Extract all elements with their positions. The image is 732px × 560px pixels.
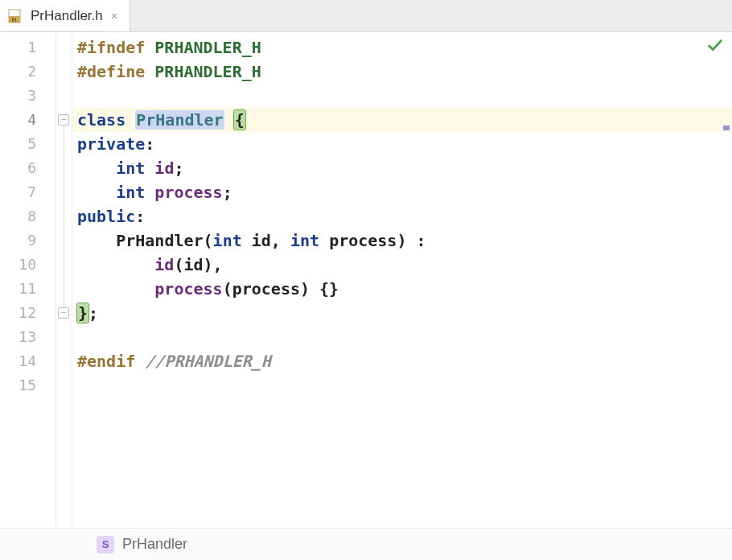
struct-icon: S: [97, 536, 114, 554]
line-number: 1: [0, 35, 56, 60]
line-number: 6: [0, 156, 56, 180]
code-line: [77, 325, 732, 349]
line-number: 10: [0, 253, 56, 277]
line-number: 7: [0, 180, 56, 204]
svg-text:H: H: [12, 16, 17, 23]
line-number: 11: [0, 277, 56, 301]
line-number: 4: [0, 108, 56, 132]
editor: 1 2 3 4 5 6 7 8 9 10 11 12 13 14 15 − −: [0, 32, 732, 528]
breadcrumb: S PrHandler: [0, 528, 732, 560]
marker-icon: [723, 126, 730, 130]
line-number: 13: [0, 325, 56, 349]
line-number: 15: [0, 373, 56, 397]
code-line: private:: [77, 132, 732, 156]
check-icon: [706, 37, 724, 55]
fold-gutter: − −: [56, 32, 72, 528]
fold-toggle-icon[interactable]: −: [58, 307, 69, 319]
line-number: 3: [0, 84, 56, 108]
fold-toggle-icon[interactable]: −: [58, 114, 69, 126]
header-file-icon: H: [8, 8, 24, 24]
code-line: PrHandler(int id, int process) :: [77, 229, 732, 253]
code-area[interactable]: #ifndef PRHANDLER_H #define PRHANDLER_H …: [72, 32, 732, 528]
tab-filename: PrHandler.h: [31, 8, 103, 24]
code-line: [77, 84, 732, 108]
code-line: public:: [77, 204, 732, 229]
line-number: 9: [0, 229, 56, 253]
code-line: int id;: [77, 156, 732, 180]
tab-bar: H PrHandler.h ×: [0, 0, 732, 32]
gutter: 1 2 3 4 5 6 7 8 9 10 11 12 13 14 15: [0, 32, 56, 528]
code-line: id(id),: [77, 253, 732, 277]
close-icon[interactable]: ×: [109, 9, 120, 23]
line-number: 8: [0, 204, 56, 229]
line-number: 2: [0, 60, 56, 84]
line-number: 14: [0, 349, 56, 373]
line-number: 5: [0, 132, 56, 156]
line-number: 12: [0, 301, 56, 325]
code-line: #endif //PRHANDLER_H: [77, 349, 732, 373]
code-line: #define PRHANDLER_H: [77, 60, 732, 84]
code-line: #ifndef PRHANDLER_H: [77, 35, 732, 60]
code-line: process(process) {}: [77, 277, 732, 301]
code-line: };: [77, 301, 732, 325]
code-line: int process;: [77, 180, 732, 204]
breadcrumb-label[interactable]: PrHandler: [122, 536, 187, 553]
tab-prhandler[interactable]: H PrHandler.h ×: [0, 0, 130, 31]
code-line: [77, 373, 732, 397]
